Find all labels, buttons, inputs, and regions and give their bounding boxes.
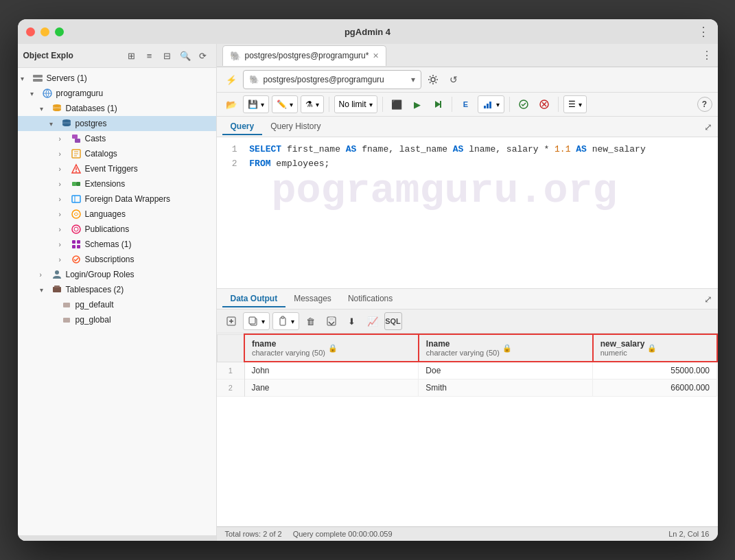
svg-point-18	[75, 171, 77, 172]
table-row: 2 Jane Smith 66000.000	[217, 380, 717, 397]
tab-query[interactable]: Query	[222, 119, 263, 135]
connection-settings-icon[interactable]	[424, 71, 442, 89]
macro-dropdown[interactable]: ☰ ▾	[563, 95, 587, 113]
sidebar-item-databases[interactable]: ▾ Databases (1)	[18, 101, 216, 116]
svg-rect-34	[63, 318, 70, 323]
run-button[interactable]: ▶	[408, 95, 426, 113]
sidebar-item-extensions[interactable]: › Extensions	[18, 176, 216, 191]
query-editor[interactable]: pogramguru.org 1 SELECT first_name AS fn…	[217, 137, 718, 288]
help-button[interactable]: ?	[697, 97, 712, 112]
table-row: 1 John Doe 55000.000	[217, 362, 717, 380]
server-icon	[32, 72, 44, 84]
edit-icon: ✏️	[277, 100, 287, 109]
tab-data-output[interactable]: Data Output	[222, 291, 286, 307]
tab-menu-button[interactable]: ⋮	[701, 49, 712, 62]
copy-dropdown[interactable]: ▾	[243, 312, 270, 330]
svg-rect-33	[63, 303, 70, 307]
connection-label: postgres/postgres@programguru	[264, 75, 407, 84]
tab-notifications[interactable]: Notifications	[340, 291, 401, 307]
sidebar-item-foreign-data[interactable]: › Foreign Data Wrappers	[18, 191, 216, 207]
delete-row-button[interactable]: 🗑	[302, 312, 320, 330]
catalogs-icon	[70, 148, 82, 160]
sidebar-item-pg-default[interactable]: pg_default	[18, 297, 216, 312]
sidebar-item-event-triggers[interactable]: › Event Triggers	[18, 161, 216, 176]
maximize-button[interactable]	[55, 27, 64, 36]
sidebar-item-programguru[interactable]: ▾ programguru	[18, 86, 216, 101]
sidebar-refresh-icon[interactable]: ⟳	[196, 48, 211, 63]
event-triggers-icon	[70, 163, 82, 175]
sidebar-item-tablespaces[interactable]: ▾ Tablespaces (2)	[18, 282, 216, 297]
sidebar-title: Object Explo	[23, 51, 121, 60]
sidebar-item-languages[interactable]: › Languages	[18, 207, 216, 222]
sidebar-scrollbar[interactable]	[18, 535, 216, 541]
sidebar-item-pg-global[interactable]: pg_global	[18, 312, 216, 327]
svg-rect-0	[33, 75, 43, 78]
filter-icon: ⚗	[305, 100, 313, 109]
sidebar-search-icon[interactable]: 🔍	[178, 48, 193, 63]
tab-query-history[interactable]: Query History	[262, 119, 329, 135]
editor-expand-button[interactable]: ⤢	[704, 121, 712, 132]
query-tab[interactable]: 🐘 postgres/postgres@programguru* ✕	[222, 45, 387, 66]
cell-salary-2: 66000.000	[593, 380, 717, 397]
sidebar-item-publications[interactable]: › Publications	[18, 222, 216, 237]
limit-arrow-icon: ▾	[369, 101, 373, 108]
col-header-fname: fname character varying (50) 🔒	[244, 334, 419, 362]
explain-button[interactable]: E	[457, 95, 475, 113]
tab-bar: 🐘 postgres/postgres@programguru* ✕ ⋮	[217, 44, 718, 67]
tab-messages[interactable]: Messages	[285, 291, 340, 307]
window-menu-button[interactable]: ⋮	[697, 24, 710, 39]
cell-lname-2: Smith	[419, 380, 593, 397]
sidebar-collapse-icon[interactable]: ⊟	[160, 48, 175, 63]
connection-selector[interactable]: 🐘 postgres/postgres@programguru ▾	[243, 70, 421, 89]
stop-button[interactable]: ⬛	[388, 95, 406, 113]
sidebar-list-icon[interactable]: ≡	[142, 48, 157, 63]
reload-connection-button[interactable]: ↺	[445, 71, 463, 89]
chart-button[interactable]: 📈	[364, 312, 382, 330]
save-dropdown[interactable]: 💾 ▾	[243, 95, 269, 113]
sidebar-item-servers[interactable]: ▾ Servers (1)	[18, 71, 216, 86]
connection-toolbar: ⚡ 🐘 postgres/postgres@programguru ▾ ↺	[217, 67, 718, 93]
run-options-button[interactable]	[429, 95, 447, 113]
login-roles-icon	[51, 268, 63, 281]
dropdown-arrow-icon: ▾	[411, 75, 415, 84]
download-button[interactable]: ⬇	[343, 312, 361, 330]
total-rows-status: Total rows: 2 of 2	[225, 530, 282, 538]
svg-rect-19	[72, 182, 76, 186]
tab-label: postgres/postgres@programguru*	[245, 51, 369, 60]
sidebar-item-postgres[interactable]: ▾ postgres	[18, 116, 216, 131]
publications-icon	[70, 223, 82, 235]
titlebar: pgAdmin 4 ⋮	[18, 19, 718, 44]
data-expand-button[interactable]: ⤢	[704, 294, 712, 305]
commit-button[interactable]	[515, 95, 533, 113]
svg-point-6	[53, 108, 61, 111]
open-file-button[interactable]: 📂	[222, 95, 240, 113]
close-button[interactable]	[26, 27, 35, 36]
filter-dropdown[interactable]: ⚗ ▾	[301, 95, 324, 113]
sidebar-item-login-roles[interactable]: › Login/Group Roles	[18, 267, 216, 282]
sql-button[interactable]: SQL	[384, 312, 402, 330]
sidebar-item-schemas[interactable]: › Schemas (1)	[18, 237, 216, 252]
explain-analyze-dropdown[interactable]: ▾	[478, 95, 504, 113]
lightning-icon[interactable]: ⚡	[222, 71, 240, 89]
add-row-button[interactable]	[222, 312, 240, 330]
save-data-button[interactable]	[323, 312, 340, 330]
sidebar-header: Object Explo ⊞ ≡ ⊟ 🔍 ⟳	[18, 44, 216, 68]
traffic-lights	[26, 27, 64, 36]
limit-dropdown[interactable]: No limit ▾	[334, 95, 377, 113]
paste-arrow-icon: ▾	[291, 318, 294, 325]
minimize-button[interactable]	[40, 27, 49, 36]
cursor-position: Ln 2, Col 16	[668, 530, 709, 538]
sidebar-item-casts[interactable]: › Casts	[18, 131, 216, 146]
sidebar-grid-icon[interactable]: ⊞	[124, 48, 139, 63]
svg-rect-39	[487, 104, 489, 108]
sidebar-item-subscriptions[interactable]: › Subscriptions	[18, 252, 216, 267]
extensions-icon	[70, 178, 82, 190]
data-panel: Data Output Messages Notifications ⤢ ▾	[217, 288, 718, 526]
editor-tabs: Query Query History ⤢	[217, 117, 718, 137]
tab-close-button[interactable]: ✕	[373, 51, 379, 60]
rollback-button[interactable]	[535, 95, 553, 113]
svg-rect-51	[281, 316, 284, 318]
sidebar-item-catalogs[interactable]: › Catalogs	[18, 146, 216, 161]
paste-dropdown[interactable]: ▾	[272, 312, 299, 330]
edit-dropdown[interactable]: ✏️ ▾	[272, 95, 298, 113]
